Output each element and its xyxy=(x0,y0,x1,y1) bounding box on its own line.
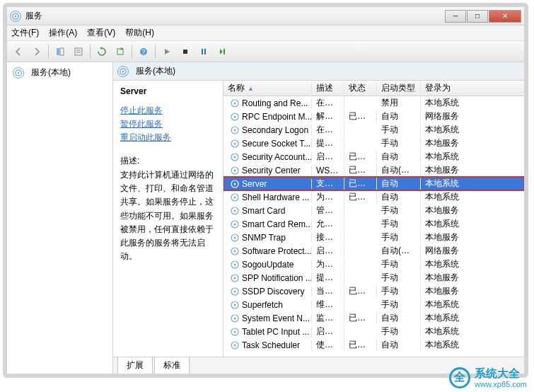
list-body[interactable]: Routing and Re...在局...禁用本地系统RPC Endpoint… xyxy=(224,96,524,357)
service-startup: 自动 xyxy=(377,339,421,351)
export-button[interactable] xyxy=(112,43,129,60)
service-row[interactable]: Software Protect...启用...自动(延迟...网络服务 xyxy=(224,244,524,258)
refresh-button[interactable] xyxy=(93,43,110,60)
stop-service-button[interactable] xyxy=(177,43,194,60)
restart-service-button[interactable] xyxy=(214,43,231,60)
service-startup: 手动 xyxy=(377,218,421,230)
service-row[interactable]: System Event N...监视...已启动自动本地系统 xyxy=(224,311,524,325)
help-button[interactable]: ? xyxy=(135,43,152,60)
minimize-button[interactable]: ─ xyxy=(445,10,466,23)
forward-button[interactable] xyxy=(28,43,45,60)
svg-point-25 xyxy=(234,142,236,144)
tree-root[interactable]: 服务(本地) xyxy=(10,65,110,80)
service-logon: 本地系统 xyxy=(421,339,469,351)
start-service-button[interactable] xyxy=(158,43,175,60)
pause-link[interactable]: 暂停此服务 xyxy=(120,118,216,130)
svg-point-41 xyxy=(234,250,236,252)
show-hide-tree-button[interactable] xyxy=(52,43,69,60)
service-startup: 手动 xyxy=(377,204,421,217)
service-logon: 本地系统 xyxy=(421,191,469,203)
service-startup: 手动 xyxy=(377,299,421,311)
service-name: Superfetch xyxy=(242,300,283,310)
service-desc: 为自... xyxy=(312,191,344,203)
service-row[interactable]: SSDP Discovery当发...已启动手动本地服务 xyxy=(224,284,524,298)
service-status: 已启动 xyxy=(344,151,377,163)
menu-view[interactable]: 查看(V) xyxy=(87,27,115,39)
service-row[interactable]: SNMP Trap接收...手动本地服务 xyxy=(224,231,524,244)
stop-link[interactable]: 停止此服务 xyxy=(120,105,216,117)
service-startup: 自动 xyxy=(377,110,421,122)
svg-rect-10 xyxy=(183,50,187,54)
col-status[interactable]: 状态 xyxy=(344,82,377,94)
service-desc: 解析... xyxy=(312,110,344,122)
menu-action[interactable]: 操作(A) xyxy=(49,27,77,39)
gear-icon xyxy=(230,313,240,323)
service-detail-pane: Server 停止此服务 暂停此服务 重启动此服务 描述: 支持此计算机通过网络… xyxy=(113,81,223,357)
close-button[interactable]: ✕ xyxy=(489,10,521,23)
properties-button[interactable] xyxy=(70,43,87,60)
service-row[interactable]: Server支持...已启动自动本地系统 xyxy=(224,177,524,190)
service-logon: 网络服务 xyxy=(421,245,469,257)
tab-standard[interactable]: 标准 xyxy=(154,357,190,374)
col-name[interactable]: 名称▲ xyxy=(224,82,312,94)
service-row[interactable]: Smart Card Rem...允许...手动本地系统 xyxy=(224,217,524,231)
service-desc: 启动... xyxy=(312,151,344,163)
gear-icon xyxy=(230,300,240,310)
services-icon xyxy=(10,11,21,22)
service-row[interactable]: Superfetch维护...手动本地系统 xyxy=(224,298,524,311)
service-desc: 维护... xyxy=(312,299,344,311)
service-startup: 手动 xyxy=(377,124,421,136)
service-startup: 自动(延迟... xyxy=(377,245,421,257)
svg-point-19 xyxy=(234,102,236,104)
gear-icon xyxy=(230,206,240,216)
service-row[interactable]: Secure Socket T...提供...手动本地服务 xyxy=(224,137,524,150)
service-row[interactable]: RPC Endpoint M...解析...已启动自动网络服务 xyxy=(224,110,524,123)
service-desc: 当发... xyxy=(312,285,344,297)
col-desc[interactable]: 描述 xyxy=(312,82,344,94)
service-row[interactable]: Tablet PC Input ...启用...手动本地系统 xyxy=(224,325,524,338)
restart-link[interactable]: 重启动此服务 xyxy=(120,132,216,144)
service-logon: 网络服务 xyxy=(421,110,469,122)
service-desc: 在不... xyxy=(312,124,344,136)
svg-rect-3 xyxy=(60,48,64,55)
service-row[interactable]: Task Scheduler使用...已启动自动本地系统 xyxy=(224,338,524,352)
service-desc: 启用... xyxy=(312,245,344,257)
col-startup[interactable]: 启动类型 xyxy=(377,82,421,94)
service-row[interactable]: Routing and Re...在局...禁用本地系统 xyxy=(224,96,524,110)
gear-icon xyxy=(230,179,240,189)
gear-icon xyxy=(230,273,240,283)
service-row[interactable]: Secondary Logon在不...手动本地系统 xyxy=(224,123,524,137)
tab-extended[interactable]: 扩展 xyxy=(117,357,153,374)
gear-icon xyxy=(230,125,240,135)
menu-help[interactable]: 帮助(H) xyxy=(125,27,154,39)
service-startup: 手动 xyxy=(377,137,421,149)
service-status: 已启动 xyxy=(344,285,377,297)
svg-point-51 xyxy=(234,317,236,319)
services-icon xyxy=(117,66,129,77)
menu-file[interactable]: 文件(F) xyxy=(11,27,39,39)
service-row[interactable]: SogouUpdate为搜...手动本地系统 xyxy=(224,258,524,271)
selected-service-name: Server xyxy=(120,86,216,96)
pane-header: 服务(本地) xyxy=(113,62,524,81)
tree-pane[interactable]: 服务(本地) xyxy=(7,62,113,374)
service-row[interactable]: Smart Card管理...手动本地服务 xyxy=(224,204,524,217)
service-desc: 在局... xyxy=(312,97,344,109)
titlebar[interactable]: 服务 ─ □ ✕ xyxy=(7,7,524,25)
service-name: SPP Notification ... xyxy=(242,273,312,283)
gear-icon xyxy=(230,139,240,149)
service-row[interactable]: Security Account...启动...已启动自动本地系统 xyxy=(224,150,524,163)
service-name: Shell Hardware ... xyxy=(242,192,309,202)
menubar: 文件(F) 操作(A) 查看(V) 帮助(H) xyxy=(7,25,524,41)
service-startup: 手动 xyxy=(377,325,421,338)
pause-service-button[interactable] xyxy=(195,43,212,60)
back-button[interactable] xyxy=(10,43,27,60)
svg-point-17 xyxy=(122,70,124,72)
service-row[interactable]: SPP Notification ...提供...手动本地服务 xyxy=(224,271,524,284)
col-logon[interactable]: 登录为 xyxy=(421,82,469,94)
maximize-button[interactable]: □ xyxy=(467,10,488,23)
svg-point-37 xyxy=(234,223,236,225)
gear-icon xyxy=(230,340,240,350)
service-row[interactable]: Security CenterWSC...已启动自动(延迟...本地服务 xyxy=(224,163,524,177)
service-row[interactable]: Shell Hardware ...为自...已启动自动本地系统 xyxy=(224,190,524,204)
service-name: Security Account... xyxy=(242,152,312,162)
